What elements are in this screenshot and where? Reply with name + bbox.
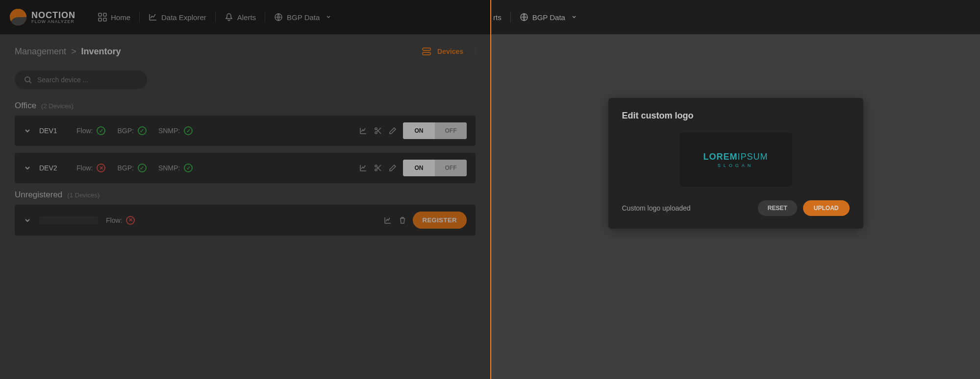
- bgp-status: BGP: ✓: [117, 164, 146, 172]
- breadcrumb-current: Inventory: [81, 47, 121, 57]
- chevron-down-icon: [326, 14, 331, 20]
- breadcrumb-root[interactable]: Management: [15, 47, 66, 57]
- flow-status: Flow: ✓: [76, 126, 105, 135]
- group-device-count: (2 Devices): [41, 102, 74, 110]
- toggle-on[interactable]: ON: [403, 122, 435, 139]
- svg-point-10: [375, 165, 377, 167]
- snmp-status: SNMP: ✓: [158, 126, 193, 135]
- expand-toggle[interactable]: [24, 127, 31, 135]
- flow-label: Flow:: [76, 164, 93, 172]
- search-box[interactable]: [15, 71, 147, 89]
- snmp-label: SNMP:: [158, 127, 180, 135]
- device-toggle[interactable]: ON OFF: [403, 122, 467, 139]
- nav-bgp-data-label: BGP Data: [287, 13, 320, 22]
- group-header-unregistered: Unregistered (1 Devices): [15, 190, 476, 200]
- expand-toggle[interactable]: [24, 216, 31, 224]
- chart-icon[interactable]: [383, 216, 392, 225]
- nav-separator: [510, 12, 511, 23]
- flow-label: Flow:: [106, 216, 122, 224]
- device-toggle[interactable]: ON OFF: [403, 160, 467, 176]
- app-logo[interactable]: NOCTION FLOW ANALYZER: [10, 9, 75, 25]
- bgp-label: BGP:: [117, 164, 133, 172]
- svg-rect-3: [103, 18, 106, 21]
- view-tab-devices-label: Devices: [437, 47, 463, 55]
- device-row: DEV2 Flow: ✕ BGP: ✓ SNMP: ✓: [15, 153, 476, 183]
- svg-rect-0: [99, 13, 101, 16]
- status-ok-icon: ✓: [184, 126, 193, 135]
- brand-name: NOCTION: [31, 11, 75, 20]
- trash-icon[interactable]: [398, 216, 407, 225]
- svg-point-7: [25, 77, 30, 82]
- svg-point-8: [375, 128, 377, 130]
- flow-status: Flow: ✕: [76, 164, 105, 172]
- devices-icon: [422, 47, 431, 56]
- status-bad-icon: ✕: [97, 164, 105, 172]
- nav-home[interactable]: Home: [91, 10, 137, 24]
- edit-icon[interactable]: [388, 126, 397, 135]
- right-pane: rts BGP Data Edit custom logo LORE: [491, 0, 980, 379]
- chart-icon[interactable]: [359, 164, 368, 172]
- device-row: DEV1 Flow: ✓ BGP: ✓ SNMP: ✓: [15, 116, 476, 146]
- nav-bgp-data[interactable]: BGP Data: [513, 10, 584, 24]
- nav-data-explorer[interactable]: Data Explorer: [142, 10, 213, 24]
- search-icon: [24, 75, 32, 84]
- nav-separator: [139, 12, 140, 23]
- svg-rect-5: [423, 48, 430, 50]
- status-ok-icon: ✓: [138, 126, 147, 135]
- bell-icon: [225, 13, 233, 22]
- expand-toggle[interactable]: [24, 164, 31, 172]
- upload-button[interactable]: UPLOAD: [803, 200, 850, 216]
- scissors-icon[interactable]: [374, 126, 382, 135]
- svg-rect-6: [423, 52, 430, 55]
- nav-bgp-data[interactable]: BGP Data: [267, 10, 338, 24]
- tab-separator: [475, 46, 476, 57]
- device-name: DEV1: [39, 127, 69, 135]
- nav-home-label: Home: [111, 13, 130, 22]
- device-row: Flow: ✕ REGISTER: [15, 205, 476, 236]
- snmp-label: SNMP:: [158, 164, 180, 172]
- scissors-icon[interactable]: [374, 164, 382, 172]
- left-pane: NOCTION FLOW ANALYZER Home Data Explorer: [0, 0, 490, 379]
- bgp-label: BGP:: [117, 127, 133, 135]
- group-header-office: Office (2 Devices): [15, 101, 476, 111]
- chevron-down-icon: [571, 14, 577, 20]
- nav-bgp-data-label: BGP Data: [532, 13, 565, 22]
- device-name-redacted: [39, 216, 98, 224]
- chart-icon[interactable]: [359, 126, 368, 135]
- breadcrumb-sep: >: [71, 47, 76, 57]
- upload-status-msg: Custom logo uploaded: [622, 204, 691, 212]
- toggle-on[interactable]: ON: [403, 160, 435, 176]
- top-nav: rts BGP Data: [491, 0, 980, 34]
- toggle-off[interactable]: OFF: [435, 160, 467, 176]
- nav-alerts-label: Alerts: [237, 13, 256, 22]
- toggle-off[interactable]: OFF: [435, 122, 467, 139]
- top-nav: NOCTION FLOW ANALYZER Home Data Explorer: [0, 0, 490, 34]
- search-input[interactable]: [37, 76, 138, 84]
- grid-icon: [98, 13, 107, 22]
- breadcrumb: Management > Inventory: [15, 47, 121, 57]
- globe-icon: [274, 13, 283, 22]
- snmp-status: SNMP: ✓: [158, 164, 193, 172]
- preview-line2: SLOGAN: [718, 163, 754, 168]
- svg-point-9: [375, 132, 377, 134]
- svg-point-11: [375, 169, 377, 171]
- group-name: Office: [15, 101, 36, 111]
- view-tab-devices[interactable]: Devices: [422, 46, 476, 57]
- modal-title: Edit custom logo: [622, 111, 850, 121]
- brand-subtitle: FLOW ANALYZER: [31, 20, 75, 24]
- nav-separator: [265, 12, 265, 23]
- reset-button[interactable]: RESET: [758, 200, 797, 216]
- status-ok-icon: ✓: [97, 126, 105, 135]
- preview-line1-thin: IPSUM: [737, 152, 768, 162]
- device-name: DEV2: [39, 164, 69, 172]
- edit-icon[interactable]: [388, 164, 397, 172]
- status-ok-icon: ✓: [138, 164, 147, 172]
- status-bad-icon: ✕: [126, 216, 135, 225]
- nav-alerts-partial-label: rts: [493, 13, 502, 22]
- flow-status: Flow: ✕: [106, 216, 135, 225]
- bgp-status: BGP: ✓: [117, 126, 146, 135]
- nav-alerts-partial[interactable]: rts: [491, 10, 508, 24]
- register-button[interactable]: REGISTER: [413, 212, 467, 229]
- nav-alerts[interactable]: Alerts: [218, 10, 263, 24]
- logo-preview: LOREMIPSUM SLOGAN: [679, 133, 792, 187]
